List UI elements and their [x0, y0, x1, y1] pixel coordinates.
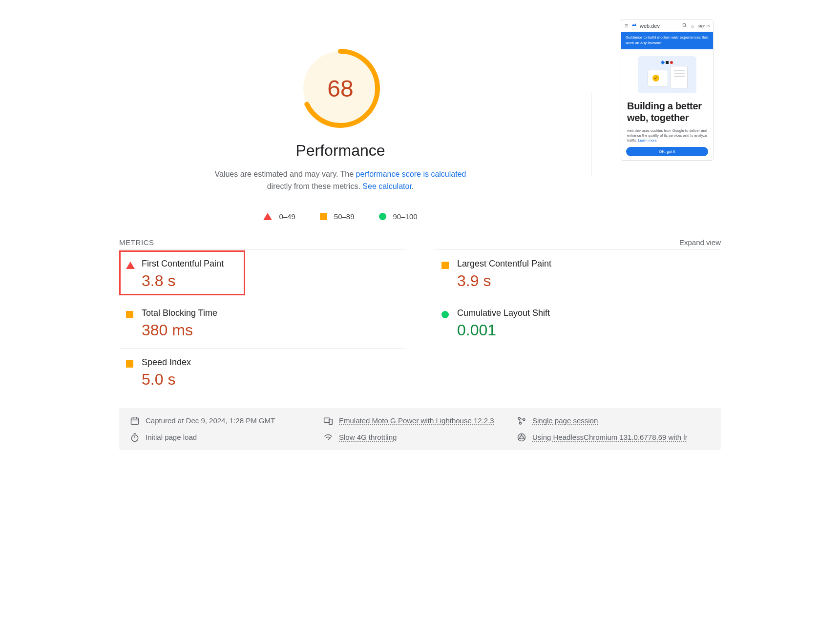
svg-point-11	[523, 418, 525, 420]
see-calculator-link[interactable]: See calculator	[362, 182, 412, 190]
square-average-icon	[441, 262, 449, 269]
hamburger-icon: ≡	[625, 22, 628, 29]
footer-device-text[interactable]: Emulated Moto G Power with Lighthouse 12…	[339, 416, 494, 425]
score-legend: 0–49 50–89 90–100	[263, 212, 417, 221]
top-section: 68 Performance Values are estimated and …	[119, 20, 721, 221]
square-average-icon	[320, 213, 327, 220]
chrome-icon	[517, 433, 526, 442]
footer-captured-text: Captured at Dec 9, 2024, 1:28 PM GMT	[146, 416, 275, 425]
svg-rect-4	[131, 418, 139, 424]
footer-throttle-text[interactable]: Slow 4G throttling	[339, 433, 397, 441]
legend-pass-label: 90–100	[393, 212, 418, 221]
svg-line-14	[520, 419, 520, 422]
circle-pass-icon	[379, 213, 386, 220]
svg-point-12	[519, 422, 521, 424]
svg-line-13	[520, 418, 524, 419]
metric-cls-label: Cumulative Layout Shift	[457, 308, 721, 318]
square-average-icon	[126, 311, 133, 318]
preview-hero: ✓	[621, 49, 713, 97]
svg-point-10	[518, 417, 520, 419]
triangle-fail-icon	[126, 262, 135, 269]
preview-header: ≡ web.dev ☼ Sign in	[621, 20, 713, 32]
legend-fail: 0–49	[263, 212, 295, 221]
metric-cls-value: 0.001	[457, 321, 721, 339]
page-screenshot[interactable]: ≡ web.dev ☼ Sign in Guidance to build mo…	[621, 20, 714, 161]
network-check-icon	[323, 433, 333, 442]
metrics-section-title: METRICS	[119, 238, 154, 247]
stopwatch-icon	[130, 433, 140, 442]
footer-session-text[interactable]: Single page session	[532, 416, 598, 425]
legend-fail-label: 0–49	[279, 212, 295, 221]
metric-si[interactable]: Speed Index 5.0 s	[119, 348, 405, 397]
svg-line-23	[518, 437, 520, 440]
metric-tbt-label: Total Blocking Time	[142, 308, 405, 318]
triangle-fail-icon	[263, 213, 272, 220]
score-column: 68 Performance Values are estimated and …	[119, 20, 562, 221]
footer-browser: Using HeadlessChromium 131.0.6778.69 wit…	[517, 433, 710, 442]
circle-pass-icon	[441, 311, 449, 318]
metric-lcp-value: 3.9 s	[457, 272, 721, 290]
hero-shapes-icon	[661, 61, 673, 64]
metric-tbt[interactable]: Total Blocking Time 380 ms	[119, 299, 405, 348]
theme-icon: ☼	[690, 23, 694, 29]
metric-fcp-value: 3.8 s	[142, 272, 405, 290]
footer-captured: Captured at Dec 9, 2024, 1:28 PM GMT	[130, 416, 323, 426]
metric-cls[interactable]: Cumulative Layout Shift 0.001	[435, 299, 721, 348]
square-average-icon	[126, 360, 133, 368]
preview-headline: Building a better web, together	[621, 97, 713, 128]
metric-fcp[interactable]: First Contentful Paint 3.8 s	[119, 249, 405, 299]
desc-text-suffix: .	[412, 182, 414, 190]
performance-title: Performance	[295, 142, 385, 160]
svg-line-18	[328, 437, 331, 440]
screenshot-column: ≡ web.dev ☼ Sign in Guidance to build mo…	[621, 20, 721, 161]
preview-cookie-text: web.dev uses cookies from Google to deli…	[621, 128, 713, 146]
metric-lcp[interactable]: Largest Contentful Paint 3.9 s	[435, 249, 721, 299]
preview-banner: Guidance to build modern web experiences…	[621, 32, 713, 49]
metric-fcp-label: First Contentful Paint	[142, 259, 405, 269]
lighthouse-report: 68 Performance Values are estimated and …	[119, 20, 721, 450]
metric-si-value: 5.0 s	[142, 371, 405, 389]
runtime-settings: Captured at Dec 9, 2024, 1:28 PM GMT Emu…	[119, 408, 721, 450]
legend-average-label: 50–89	[334, 212, 355, 221]
svg-point-20	[520, 435, 524, 439]
footer-initial: Initial page load	[130, 433, 323, 442]
devices-icon	[323, 416, 333, 426]
preview-cookie-button: OK, got it	[626, 147, 708, 156]
metric-tbt-value: 380 ms	[142, 321, 405, 339]
hero-illustration: ✓	[638, 56, 696, 93]
metrics-header: METRICS Expand view	[119, 238, 721, 247]
footer-throttle: Slow 4G throttling	[323, 433, 517, 442]
hero-lines-icon	[674, 70, 685, 79]
score-calculated-link[interactable]: performance score is calculated	[356, 170, 466, 178]
footer-initial-text: Initial page load	[146, 433, 197, 441]
svg-line-22	[523, 437, 525, 440]
network-nodes-icon	[517, 416, 526, 426]
footer-device: Emulated Moto G Power with Lighthouse 12…	[323, 416, 517, 426]
footer-session: Single page session	[517, 416, 710, 426]
calendar-icon	[130, 416, 140, 426]
metrics-grid: First Contentful Paint 3.8 s Largest Con…	[119, 249, 721, 397]
performance-gauge[interactable]: 68	[301, 49, 380, 128]
desc-text-prefix: Values are estimated and may vary. The	[215, 170, 356, 178]
vertical-divider	[591, 93, 591, 176]
performance-description: Values are estimated and may vary. The p…	[204, 168, 477, 193]
metric-lcp-label: Largest Contentful Paint	[457, 259, 721, 269]
preview-site-name: web.dev	[640, 23, 660, 29]
desc-text-mid: directly from these metrics.	[267, 182, 363, 190]
gauge-score-value: 68	[301, 49, 380, 128]
svg-line-3	[686, 26, 687, 27]
search-icon	[682, 23, 687, 29]
legend-pass: 90–100	[379, 212, 418, 221]
expand-view-toggle[interactable]: Expand view	[679, 238, 721, 247]
legend-average: 50–89	[320, 212, 355, 221]
cookie-learn-more-link: Learn more	[638, 138, 656, 143]
footer-browser-text[interactable]: Using HeadlessChromium 131.0.6778.69 wit…	[532, 433, 688, 441]
svg-point-2	[683, 23, 686, 26]
preview-signin: Sign in	[698, 24, 710, 28]
metric-si-label: Speed Index	[142, 357, 405, 368]
checkmark-badge-icon: ✓	[652, 75, 659, 82]
site-logo-icon	[631, 23, 637, 29]
